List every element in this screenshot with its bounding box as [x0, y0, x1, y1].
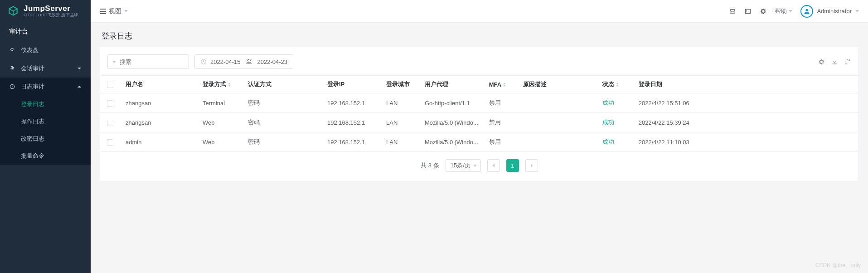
sidebar-item-label: 仪表盘 [21, 46, 39, 54]
mail-icon[interactable] [729, 8, 736, 15]
page-1-button[interactable]: 1 [506, 159, 519, 172]
chevron-down-icon [77, 66, 82, 71]
svg-point-0 [806, 9, 808, 11]
table-row[interactable]: zhangsan Web 密码 192.168.152.1 LAN Mozill… [100, 113, 858, 132]
watermark: CSDN @the、only [815, 262, 861, 269]
row-checkbox[interactable] [100, 93, 120, 113]
table-row[interactable]: admin Web 密码 192.168.152.1 LAN Mozilla/5… [100, 132, 858, 152]
cell-login-method: Web [197, 132, 242, 152]
toolbar: 2022-04-15 至 2022-04-23 [100, 47, 858, 75]
chevron-up-icon [77, 84, 82, 89]
caret-down-icon [855, 10, 859, 12]
cell-user-agent: Go-http-client/1.1 [419, 93, 484, 113]
cell-status: 成功 [597, 132, 633, 152]
th-auth-method[interactable]: 认证方式 [242, 76, 322, 93]
cell-login-date: 2022/4/22 15:51:06 [633, 93, 858, 113]
caret-down-icon [112, 61, 116, 63]
dashboard-icon [9, 47, 15, 54]
clock-icon [200, 58, 207, 65]
cell-mfa: 禁用 [484, 93, 518, 113]
jumpserver-logo-icon [7, 5, 19, 17]
cell-login-ip: 192.168.152.1 [322, 132, 381, 152]
th-login-date[interactable]: 登录日期 [633, 76, 858, 93]
cell-username: zhangsan [120, 93, 197, 113]
submenu-operation-log[interactable]: 操作日志 [0, 113, 91, 130]
rocket-icon [9, 65, 15, 72]
gear-icon[interactable] [760, 8, 767, 15]
cell-auth-method: 密码 [242, 132, 322, 152]
sidebar-section-title: 审计台 [0, 22, 91, 41]
refresh-icon[interactable] [844, 58, 851, 65]
sidebar-item-dashboard[interactable]: 仪表盘 [0, 41, 91, 59]
help-label: 帮助 [775, 7, 787, 15]
cell-login-city: LAN [381, 93, 419, 113]
row-checkbox[interactable] [100, 113, 120, 132]
content-card: 2022-04-15 至 2022-04-23 用户名 登录方式 [100, 47, 859, 181]
submenu-login-log[interactable]: 登录日志 [0, 96, 91, 113]
cell-login-ip: 192.168.152.1 [322, 93, 381, 113]
sidebar: JumpServer FIT2CLOUD飞致云 旗下品牌 审计台 仪表盘 会话审… [0, 0, 91, 273]
view-label: 视图 [109, 7, 121, 15]
table-row[interactable]: zhangsan Terminal 密码 192.168.152.1 LAN G… [100, 93, 858, 113]
cell-username: admin [120, 132, 197, 152]
terminal-icon[interactable] [744, 8, 752, 15]
th-reason[interactable]: 原因描述 [518, 76, 597, 93]
avatar [800, 5, 813, 18]
cell-user-agent: Mozilla/5.0 (Windo... [419, 113, 484, 132]
download-icon[interactable] [831, 58, 838, 65]
cell-status: 成功 [597, 93, 633, 113]
row-checkbox[interactable] [100, 132, 120, 152]
submenu-batch-command[interactable]: 批量命令 [0, 147, 91, 165]
th-login-method[interactable]: 登录方式 [197, 76, 242, 93]
date-separator: 至 [246, 58, 252, 66]
cell-reason [518, 93, 597, 113]
select-all-header[interactable] [100, 76, 120, 93]
cell-mfa: 禁用 [484, 132, 518, 152]
cell-reason [518, 132, 597, 152]
cell-login-method: Web [197, 113, 242, 132]
date-from: 2022-04-15 [210, 58, 241, 65]
cell-mfa: 禁用 [484, 113, 518, 132]
search-box[interactable] [107, 54, 189, 69]
pagination: 共 3 条 15条/页 1 [100, 152, 858, 181]
sidebar-item-session-audit[interactable]: 会话审计 [0, 59, 91, 78]
cell-login-city: LAN [381, 113, 419, 132]
caret-down-icon [473, 165, 477, 167]
next-page-button[interactable] [525, 159, 538, 172]
submenu-password-log[interactable]: 改密日志 [0, 130, 91, 147]
th-user-agent[interactable]: 用户代理 [419, 76, 484, 93]
view-toggle[interactable]: 视图 [100, 7, 128, 15]
cell-status: 成功 [597, 113, 633, 132]
sidebar-item-label: 会话审计 [21, 64, 44, 73]
date-range-picker[interactable]: 2022-04-15 至 2022-04-23 [194, 54, 293, 69]
brand-logo[interactable]: JumpServer FIT2CLOUD飞致云 旗下品牌 [0, 0, 91, 22]
th-login-ip[interactable]: 登录IP [322, 76, 381, 93]
caret-down-icon [124, 10, 128, 12]
cell-login-date: 2022/4/22 11:10:03 [633, 132, 858, 152]
page-title: 登录日志 [91, 23, 868, 47]
brand-subtitle: FIT2CLOUD飞致云 旗下品牌 [24, 13, 78, 18]
pagination-total: 共 3 条 [421, 161, 439, 170]
help-dropdown[interactable]: 帮助 [775, 7, 792, 15]
cell-reason [518, 113, 597, 132]
history-icon [9, 83, 15, 90]
date-to: 2022-04-23 [257, 58, 288, 65]
settings-icon[interactable] [818, 58, 825, 65]
topbar: 视图 帮助 Administrator [91, 0, 868, 23]
search-input[interactable] [120, 58, 184, 65]
prev-page-button[interactable] [487, 159, 500, 172]
cell-login-method: Terminal [197, 93, 242, 113]
caret-down-icon [789, 10, 792, 12]
th-mfa[interactable]: MFA [484, 76, 518, 93]
th-status[interactable]: 状态 [597, 76, 633, 93]
user-dropdown[interactable]: Administrator [800, 5, 859, 18]
th-login-city[interactable]: 登录城市 [381, 76, 419, 93]
cell-login-date: 2022/4/22 15:39:24 [633, 113, 858, 132]
th-username[interactable]: 用户名 [120, 76, 197, 93]
sidebar-item-label: 日志审计 [21, 83, 44, 91]
cell-login-city: LAN [381, 132, 419, 152]
brand-title: JumpServer [24, 5, 78, 13]
cell-login-ip: 192.168.152.1 [322, 113, 381, 132]
page-size-select[interactable]: 15条/页 [446, 159, 481, 172]
sidebar-item-log-audit[interactable]: 日志审计 [0, 78, 91, 96]
